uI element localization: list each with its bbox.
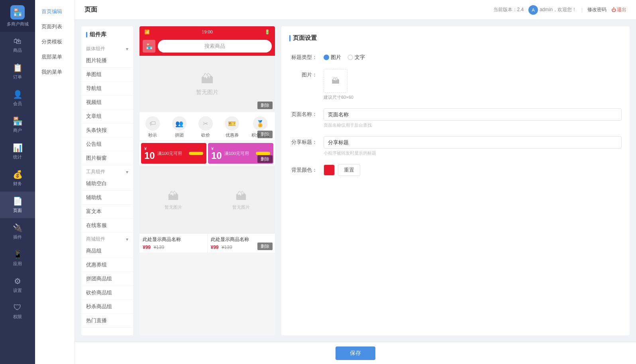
search-input-fake[interactable]: 搜索商品 (158, 40, 272, 53)
change-pwd-link[interactable]: 修改密码 (587, 6, 607, 13)
title-type-content: 图片 文字 (324, 51, 622, 61)
coupon-block[interactable]: ¥ 10 满100元可用 立即领取 ¥ 10 (139, 141, 275, 165)
component-customer-service[interactable]: 在线客服 (81, 219, 133, 233)
component-article[interactable]: 文章组 (81, 110, 133, 123)
product-no-img-1: 暂无图片 (165, 204, 182, 210)
sidebar-label-finance: 财务 (13, 181, 22, 187)
reset-color-button[interactable]: 重置 (338, 164, 360, 176)
app-name: 多商户商城 (7, 21, 29, 27)
component-richtext[interactable]: 富文本 (81, 205, 133, 219)
category-tools-arrow: ▾ (126, 169, 128, 175)
component-panel: 组件库 媒体组件 ▾ 图片轮播 单图组 导航组 视频组 文章组 头条快报 公告组… (81, 26, 133, 335)
product-block[interactable]: 🏔 暂无图片 此处显示商品名称 ¥99 ¥139 (139, 166, 275, 252)
settings-panel: 页面设置 标题类型： 图片 文字 (281, 26, 630, 335)
icon-row-block[interactable]: 🏷 秒示 👥 拼团 ✂ 砍价 🎫 优惠券 (139, 112, 275, 141)
product-name-1: 此处显示商品名称 (143, 236, 204, 243)
upload-icon: 🏔 (332, 76, 340, 86)
radio-image[interactable]: 图片 (324, 54, 341, 61)
banner-placeholder: 🏔 暂无图片 (139, 56, 275, 112)
coupon-btn-1[interactable]: 立即领取 (189, 152, 203, 155)
footer: 保存 (75, 342, 636, 364)
product-img-2: 🏔 暂无图片 (208, 166, 275, 234)
sidebar-item-goods[interactable]: 🛍 商品 (0, 32, 35, 58)
sub-sidebar-home-edit[interactable]: 首页编辑 (35, 4, 75, 19)
share-title-content: 小程序被转发时显示的标题 (324, 136, 622, 156)
header: 页面 当前版本：2.4 A admin，欢迎您！ | 修改密码 ⏻ 退出 (75, 0, 636, 20)
coupon-label: 优惠券 (226, 132, 239, 138)
sidebar-item-order[interactable]: 📋 订单 (0, 58, 35, 85)
component-nav[interactable]: 导航组 (81, 82, 133, 96)
component-coupon-group[interactable]: 优惠券组 (81, 258, 133, 272)
sidebar-label-pages: 页面 (13, 207, 22, 213)
component-product-group[interactable]: 商品组 (81, 244, 133, 258)
icon-bargain: ✂ 砍价 (198, 116, 213, 138)
page-name-input[interactable] (324, 108, 622, 121)
delete-icons-btn[interactable]: 删除 (257, 131, 273, 138)
phone-preview: 📶 19:00 🔋 🏪 搜索商品 🏔 (139, 26, 275, 335)
icon-coupon: 🎫 优惠券 (225, 116, 239, 138)
component-bargain[interactable]: 砍价商品组 (81, 286, 133, 300)
goods-icon: 🛍 (14, 37, 22, 46)
sidebar-item-settings[interactable]: ⚙ 设置 (0, 272, 35, 298)
order-icon: 📋 (13, 63, 23, 72)
sub-sidebar-category-template[interactable]: 分类模板 (35, 34, 75, 49)
coupon-red: ¥ 10 满100元可用 立即领取 (141, 143, 206, 164)
sidebar-item-finance[interactable]: 💰 财务 (0, 165, 35, 192)
component-headlines[interactable]: 头条快报 (81, 123, 133, 137)
group-label: 拼团 (175, 132, 184, 138)
category-mall-label: 商城组件 (86, 236, 105, 243)
sidebar-item-member[interactable]: 👤 会员 (0, 85, 35, 112)
coupon-condition-1: 满100元可用 (157, 151, 186, 157)
component-spacer[interactable]: 辅助空白 (81, 177, 133, 191)
save-button[interactable]: 保存 (336, 346, 375, 360)
coupon-btn-2[interactable]: 立即领取 (256, 152, 270, 155)
share-title-input[interactable] (324, 136, 622, 149)
sub-sidebar-my-menu[interactable]: 我的菜单 (35, 65, 75, 80)
component-group-buy[interactable]: 拼团商品组 (81, 272, 133, 286)
product-grid: 🏔 暂无图片 此处显示商品名称 ¥99 ¥139 (139, 166, 275, 252)
sidebar-item-apps[interactable]: 📱 应用 (0, 245, 35, 272)
banner-block[interactable]: 🏔 暂无图片 删除 (139, 56, 275, 112)
delete-coupon-btn[interactable]: 删除 (257, 155, 273, 163)
sub-sidebar-page-list[interactable]: 页面列表 (35, 19, 75, 34)
member-icon: 👤 (13, 90, 23, 99)
time-display: 19:00 (202, 29, 213, 34)
product-price-1: ¥99 ¥139 (143, 245, 204, 250)
image-upload[interactable]: 🏔 (324, 69, 347, 93)
sidebar: 🏪 多商户商城 🛍 商品 📋 订单 👤 会员 🏪 商户 📊 统计 💰 财务 📄 … (0, 0, 35, 364)
sidebar-label-settings: 设置 (13, 288, 22, 294)
sidebar-label-member: 会员 (13, 101, 22, 107)
title-type-label: 标题类型： (289, 51, 317, 61)
sidebar-item-pages[interactable]: 📄 页面 (0, 192, 35, 218)
version-label: 当前版本：2.4 (493, 6, 524, 13)
icon-group-buy: 👥 拼团 (172, 116, 186, 138)
component-notice[interactable]: 公告组 (81, 137, 133, 151)
component-live[interactable]: 热门直播 (81, 314, 133, 328)
component-divider[interactable]: 辅助线 (81, 191, 133, 205)
price-current-1: ¥99 (143, 245, 151, 250)
image-content: 🏔 建议尺寸60×60 (324, 69, 622, 100)
logout-button[interactable]: ⏻ 退出 (611, 6, 626, 13)
sidebar-item-plugins[interactable]: 🔌 插件 (0, 218, 35, 245)
component-flash-sale[interactable]: 秒杀商品组 (81, 300, 133, 314)
image-label: 图片： (289, 69, 317, 78)
page-title: 页面 (84, 6, 97, 14)
color-swatch[interactable] (324, 164, 335, 176)
component-video[interactable]: 视频组 (81, 96, 133, 110)
sidebar-item-perms[interactable]: 🛡 权限 (0, 298, 35, 325)
sidebar-label-goods: 商品 (13, 47, 22, 53)
logout-icon: ⏻ (611, 7, 616, 13)
component-image-carousel[interactable]: 图片轮播 (81, 54, 133, 68)
radio-text[interactable]: 文字 (347, 54, 365, 61)
component-single-image[interactable]: 单图组 (81, 68, 133, 82)
sub-sidebar-bottom-menu[interactable]: 底部菜单 (35, 49, 75, 65)
image-icon: 🏔 (201, 72, 214, 86)
sidebar-label-plugins: 插件 (13, 234, 22, 240)
sidebar-item-stats[interactable]: 📊 统计 (0, 138, 35, 165)
component-image-grid[interactable]: 图片橱窗 (81, 151, 133, 165)
sidebar-item-merchant[interactable]: 🏪 商户 (0, 112, 35, 138)
coupon-value-2: 10 (211, 151, 222, 160)
delete-banner-btn[interactable]: 删除 (257, 102, 273, 109)
delete-product-btn[interactable]: 删除 (257, 243, 273, 250)
product-info-1: 此处显示商品名称 ¥99 ¥139 (139, 234, 207, 252)
